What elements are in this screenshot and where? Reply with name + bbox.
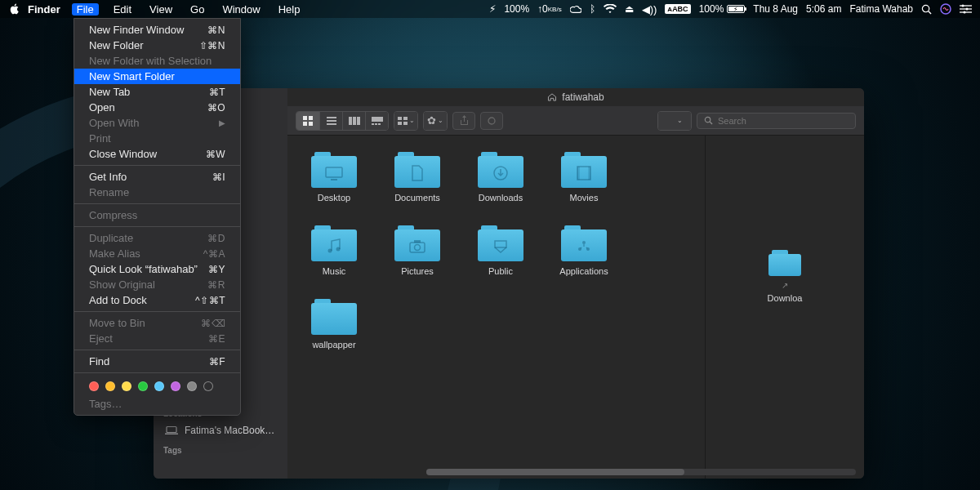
menu-view[interactable]: View [146,3,176,16]
preview-pane: ↗ Downloa [705,136,864,479]
horizontal-scrollbar[interactable] [426,469,856,475]
search-field[interactable] [697,113,856,129]
folder-label: Desktop [318,193,350,203]
eject-icon[interactable]: ⏏ [625,3,634,15]
window-titlebar: fatiwahab [287,88,864,106]
folder-wallpapper[interactable]: wallpapper [307,299,361,350]
preview-name: Downloa [768,293,803,303]
volume-icon[interactable]: ◀)) [642,3,657,16]
icon-view-button[interactable] [296,112,319,130]
svg-rect-10 [165,434,178,435]
folder-desktop[interactable]: Desktop [307,152,361,203]
folder-downloads[interactable]: Downloads [474,152,528,203]
sidebar-item-fatima-s-macbook-[interactable]: Fatima's MacBook… [154,421,287,439]
battery-status[interactable]: 100% ⚡︎ [699,3,746,15]
folder-icon [394,225,440,261]
folder-music[interactable]: Music [307,225,361,276]
scrollbar-thumb[interactable] [426,469,684,475]
svg-rect-18 [349,117,352,125]
menu-edit[interactable]: Edit [110,3,135,16]
svg-rect-32 [326,167,342,177]
list-view-button[interactable] [319,112,342,130]
svg-rect-12 [309,116,313,120]
menu-item-add-to-dock[interactable]: Add to Dock^⇧⌘T [74,292,240,308]
menu-item-quick-look-fatiwahab[interactable]: Quick Look “fatiwahab”⌘Y [74,261,240,277]
tag-dot[interactable] [187,381,197,391]
menu-item-compress: Compress [74,207,240,223]
preview-folder-icon [768,250,801,276]
tag-dot[interactable] [138,381,148,391]
menu-window[interactable]: Window [219,3,263,16]
folder-label: wallpapper [312,340,355,350]
file-menu-dropdown: New Finder Window⌘NNew Folder⇧⌘NNew Fold… [74,18,241,416]
menu-item-get-info[interactable]: Get Info⌘I [74,169,240,185]
path-group: ⌄ [657,111,692,131]
folder-movies[interactable]: Movies [557,152,611,203]
tag-dot[interactable] [105,381,115,391]
folder-icon [561,225,607,261]
svg-rect-20 [357,117,360,125]
svg-rect-27 [398,122,402,125]
menu-item-new-folder[interactable]: New Folder⇧⌘N [74,38,240,53]
svg-rect-22 [372,123,374,125]
svg-rect-11 [303,116,307,120]
svg-rect-21 [372,117,383,122]
time[interactable]: 5:06 am [806,3,841,15]
menu-item-new-smart-folder[interactable]: New Smart Folder [74,69,240,84]
bluetooth-icon[interactable]: ᛒ [590,3,595,15]
keyboard-indicator[interactable]: A ABC [665,4,690,14]
svg-rect-33 [331,179,337,180]
folder-icon [311,152,357,188]
cpu-percent: 100% [504,3,529,15]
view-mode-group [296,111,389,131]
folder-icon [478,225,523,261]
date[interactable]: Thu 8 Aug [753,3,798,15]
folder-public[interactable]: Public [474,225,528,276]
arrange-button[interactable]: ⌄ [394,112,417,130]
notification-center-icon[interactable] [960,4,972,14]
app-name[interactable]: Finder [28,3,60,16]
cloud-icon[interactable] [570,3,581,15]
wifi-icon[interactable] [604,4,617,14]
gallery-view-button[interactable] [365,112,388,130]
tags-button[interactable] [480,112,503,130]
menu-item-tags: Tags… [74,396,240,412]
svg-rect-23 [375,123,377,125]
svg-point-39 [336,247,341,251]
apple-logo-icon[interactable] [8,3,20,15]
spotlight-icon[interactable] [921,4,932,15]
folder-documents[interactable]: Documents [390,152,444,203]
menu-item-new-folder-with-selection: New Folder with Selection [74,53,240,69]
folder-label: Movies [570,193,599,203]
menu-item-find[interactable]: Find⌘F [74,354,240,369]
menu-item-open-with: Open With▶ [74,115,240,131]
menu-item-new-tab[interactable]: New Tab⌘T [74,84,240,100]
tag-dot-none[interactable] [203,381,213,391]
menu-item-new-finder-window[interactable]: New Finder Window⌘N [74,22,240,38]
tag-dot[interactable] [89,381,99,391]
file-grid[interactable]: DesktopDocumentsDownloadsMoviesMusicPict… [287,136,705,479]
action-menu-button[interactable]: ✿⌄ [424,112,447,130]
lightning-icon[interactable]: ⚡︎ [489,3,496,15]
siri-icon[interactable] [940,3,951,15]
column-view-button[interactable] [342,112,365,130]
share-button[interactable] [452,112,475,130]
folder-applications[interactable]: Applications [557,225,611,276]
menu-item-duplicate: Duplicate⌘D [74,230,240,246]
menu-item-open[interactable]: Open⌘O [74,100,240,115]
folder-icon [311,225,357,261]
folder-label: Applications [559,266,608,276]
path-button[interactable]: ⌄ [658,112,691,130]
menubar-status: ⚡︎ 100% ↑ 0KB/s ᛒ ⏏ ◀)) A ABC 100% ⚡︎ Th… [489,3,972,16]
user-name[interactable]: Fatima Wahab [849,3,913,15]
menu-go[interactable]: Go [187,3,207,16]
svg-point-30 [705,117,710,122]
search-input[interactable] [718,116,849,126]
folder-pictures[interactable]: Pictures [390,225,444,276]
menu-item-close-window[interactable]: Close Window⌘W [74,146,240,162]
menu-help[interactable]: Help [275,3,304,16]
menu-file[interactable]: File [72,3,99,16]
tag-dot[interactable] [171,381,180,391]
tag-dot[interactable] [122,381,131,391]
tag-dot[interactable] [154,381,164,391]
